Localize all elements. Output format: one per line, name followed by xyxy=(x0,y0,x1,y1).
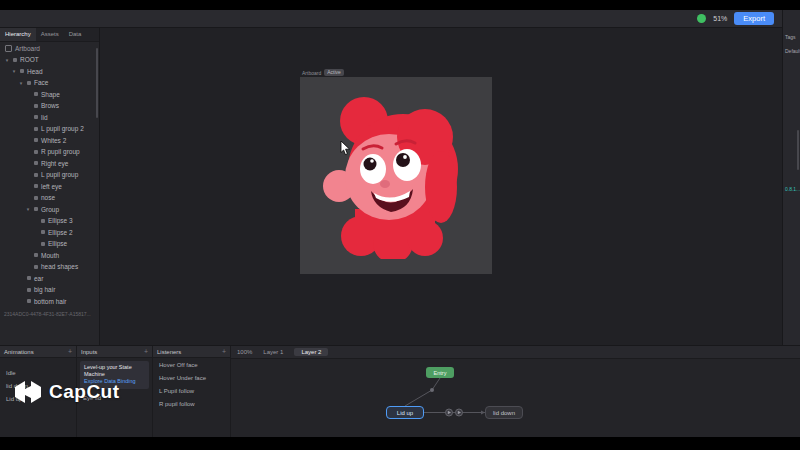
tree-row[interactable]: Ellipse 3 xyxy=(0,215,99,227)
export-button[interactable]: Export xyxy=(734,12,774,26)
listener-item[interactable]: L Pupil follow xyxy=(153,384,230,397)
node-type-icon xyxy=(27,299,31,303)
tree-arrow[interactable]: ▾ xyxy=(4,57,10,63)
node-type-icon xyxy=(41,230,45,234)
artboard-name[interactable]: Artboard xyxy=(302,70,321,76)
node-type-icon xyxy=(34,92,38,96)
listener-item[interactable]: Hover Under face xyxy=(153,371,230,384)
entry-node[interactable]: Entry xyxy=(426,367,454,378)
graph-header: 100% Layer 1 Layer 2 xyxy=(231,346,800,359)
tree-row[interactable]: nose xyxy=(0,192,99,204)
inspector-scrollbar[interactable] xyxy=(797,130,799,170)
tree-row[interactable]: ▾ Group xyxy=(0,204,99,216)
add-listener-icon[interactable]: + xyxy=(222,348,226,355)
layer-1-tab[interactable]: Layer 1 xyxy=(256,348,290,356)
artboard[interactable] xyxy=(300,77,492,274)
artboard-icon xyxy=(5,45,12,52)
tree-row-label: Shape xyxy=(41,91,60,98)
layer-2-tab[interactable]: Layer 2 xyxy=(294,348,328,356)
state-node-lid-up[interactable]: Lid up xyxy=(386,406,424,419)
tree-row[interactable]: big hair xyxy=(0,284,99,296)
tree-row[interactable]: Whites 2 xyxy=(0,135,99,147)
tree-row[interactable]: L pupil group xyxy=(0,169,99,181)
tree-arrow[interactable]: ▾ xyxy=(25,206,31,212)
tree-row-label: lid xyxy=(41,114,48,121)
listeners-header: Listeners + xyxy=(153,346,230,358)
node-type-icon xyxy=(34,253,38,257)
tree-row[interactable]: Brows xyxy=(0,100,99,112)
listener-item[interactable]: R pupil follow xyxy=(153,397,230,410)
tree-row-label: head shapes xyxy=(41,263,78,270)
hierarchy-tabs: Hierarchy Assets Data xyxy=(0,28,99,42)
hierarchy-scrollbar[interactable] xyxy=(96,48,98,118)
mouse-cursor xyxy=(340,141,351,156)
node-type-icon xyxy=(34,161,38,165)
state-node-lid-down[interactable]: lid down xyxy=(485,406,523,419)
state-machine-graph[interactable]: Entry Lid up lid down xyxy=(231,359,800,437)
stage-canvas[interactable]: Artboard Active xyxy=(100,28,782,345)
tree-row-label: nose xyxy=(41,194,55,201)
graph-zoom-level[interactable]: 100% xyxy=(237,349,252,355)
tab-hierarchy[interactable]: Hierarchy xyxy=(0,28,36,41)
node-type-icon xyxy=(27,81,31,85)
tree-row[interactable]: Ellipse 2 xyxy=(0,227,99,239)
tree-row[interactable]: left eye xyxy=(0,181,99,193)
artboard-label: Artboard Active xyxy=(302,69,344,76)
tab-data[interactable]: Data xyxy=(64,28,87,41)
listener-item[interactable]: Hover Off face xyxy=(153,358,230,371)
tree-row-label: ear xyxy=(34,275,43,282)
node-type-icon xyxy=(34,196,38,200)
tree-row-label: bottom hair xyxy=(34,298,67,305)
bottom-panel: Animations + Idlelid downLid up Inputs +… xyxy=(0,345,800,437)
node-type-icon xyxy=(34,265,38,269)
artboard-row-label: Artboard xyxy=(15,45,40,52)
listeners-list: Hover Off faceHover Under faceL Pupil fo… xyxy=(153,358,230,410)
tree-row-label: R pupil group xyxy=(41,148,80,155)
tree-row-label: left eye xyxy=(41,183,62,190)
tree-row[interactable]: Right eye xyxy=(0,158,99,170)
inputs-title: Inputs xyxy=(81,349,97,355)
tags-label: Tags xyxy=(785,34,796,40)
tree-row[interactable]: ▾ ROOT xyxy=(0,54,99,66)
node-type-icon xyxy=(34,138,38,142)
tree-row[interactable]: L pupil group 2 xyxy=(0,123,99,135)
node-type-icon xyxy=(34,207,38,211)
tree-row[interactable]: head shapes xyxy=(0,261,99,273)
tree-row[interactable]: ▾ Head xyxy=(0,66,99,78)
tree-row-label: Face xyxy=(34,79,48,86)
artboard-guid: 2314ADC0-4478-4F31-82E7-A15817... xyxy=(0,307,99,318)
node-type-icon xyxy=(13,58,17,62)
tree-row-label: ROOT xyxy=(20,56,39,63)
tree-row[interactable]: Shape xyxy=(0,89,99,101)
tree-row-label: Ellipse xyxy=(48,240,67,247)
tree-row-label: Head xyxy=(27,68,43,75)
node-type-icon xyxy=(34,173,38,177)
tree-arrow[interactable]: ▾ xyxy=(18,80,24,86)
node-type-icon xyxy=(34,150,38,154)
capcut-logo-icon xyxy=(14,380,42,404)
artboard-row[interactable]: Artboard xyxy=(0,42,99,54)
tree-row[interactable]: Ellipse xyxy=(0,238,99,250)
add-animation-icon[interactable]: + xyxy=(68,348,72,355)
artboard-active-badge: Active xyxy=(324,69,344,76)
animation-item[interactable]: Idle xyxy=(0,366,76,379)
tree-row[interactable]: bottom hair xyxy=(0,296,99,308)
node-type-icon xyxy=(27,288,31,292)
hierarchy-panel: Hierarchy Assets Data Artboard ▾ ROOT ▾ … xyxy=(0,28,100,345)
tree-row[interactable]: ear xyxy=(0,273,99,285)
graph-connections xyxy=(231,359,800,437)
tree-arrow[interactable]: ▾ xyxy=(11,68,17,74)
tree-row[interactable]: ▾ Face xyxy=(0,77,99,89)
sync-percent: 51% xyxy=(713,15,727,22)
capcut-watermark: CapCut xyxy=(14,380,120,404)
tree-row-label: Group xyxy=(41,206,59,213)
user-avatar[interactable] xyxy=(697,14,706,23)
tab-assets[interactable]: Assets xyxy=(36,28,64,41)
tree-row[interactable]: lid xyxy=(0,112,99,124)
tree-row-label: Right eye xyxy=(41,160,68,167)
add-input-icon[interactable]: + xyxy=(144,348,148,355)
app-frame: 51% Export Hierarchy Assets Data Artboar… xyxy=(0,10,800,437)
state-machine-section: 100% Layer 1 Layer 2 Entry Lid up lid do xyxy=(231,346,800,437)
tree-row[interactable]: Mouth xyxy=(0,250,99,262)
tree-row[interactable]: R pupil group xyxy=(0,146,99,158)
